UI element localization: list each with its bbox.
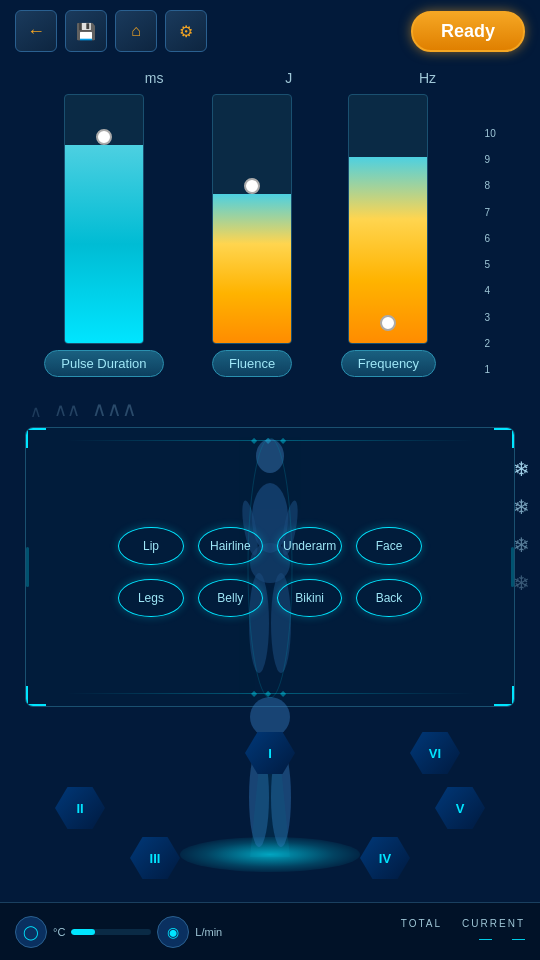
flow-label: L/min <box>195 926 222 938</box>
body-btn-hairline[interactable]: Hairline <box>198 527 263 565</box>
fluence-slider: J Fluence <box>212 70 292 377</box>
pad-IV-label: IV <box>379 851 391 866</box>
scale-4: 4 <box>485 286 496 296</box>
settings-icon: ⚙ <box>179 22 193 41</box>
scale-5: 5 <box>485 260 496 270</box>
scale-3: 3 <box>485 313 496 323</box>
hair-high-icon[interactable]: ∧∧∧ <box>92 397 137 421</box>
pulse-duration-unit: ms <box>145 70 164 86</box>
body-panel: ◆ ◆ ◆ ◆ ◆ ◆ Lip Hairline Underarm <box>25 427 515 707</box>
body-btn-bikini[interactable]: Bikini <box>277 579 342 617</box>
body-btn-underarm[interactable]: Underarm <box>277 527 342 565</box>
snowflake-3[interactable]: ❄ <box>513 533 530 557</box>
pad-III-label: III <box>150 851 161 866</box>
pad-I-label: I <box>268 746 272 761</box>
frequency-unit: Hz <box>419 70 436 86</box>
scale-9: 9 <box>485 155 496 165</box>
pad-V[interactable]: V <box>435 787 485 829</box>
panel-corner-bl <box>26 686 46 706</box>
temp-label: °C <box>53 926 65 938</box>
scale-7: 7 <box>485 208 496 218</box>
scale: 10 9 8 7 6 5 4 3 2 1 <box>485 127 496 377</box>
svg-point-8 <box>250 697 290 737</box>
back-button[interactable]: ← <box>15 10 57 52</box>
status-values-row: — — <box>479 931 525 946</box>
frequency-slider: Hz Frequency <box>341 70 436 377</box>
status-left: ◯ °C ◉ L/min <box>15 916 401 948</box>
panel-corner-br <box>494 686 514 706</box>
current-label: CURRENT <box>462 918 525 929</box>
hair-low-icon[interactable]: ∧ <box>30 402 42 421</box>
snowflake-2[interactable]: ❄ <box>513 495 530 519</box>
total-label: TOTAL <box>401 918 442 929</box>
pulse-duration-track[interactable] <box>64 94 144 344</box>
status-bar: ◯ °C ◉ L/min TOTAL CURRENT — — <box>0 902 540 960</box>
fluence-track[interactable] <box>212 94 292 344</box>
scale-1: 1 <box>485 365 496 375</box>
sliders-section: ms Pulse Duration J Fluence Hz Fre <box>0 70 540 377</box>
frequency-label[interactable]: Frequency <box>341 350 436 377</box>
panel-corner-tr <box>494 428 514 448</box>
panel-left-bar <box>26 547 29 587</box>
frequency-track[interactable] <box>348 94 428 344</box>
toolbar: ← 💾 ⌂ ⚙ Ready <box>0 0 540 62</box>
body-btn-back[interactable]: Back <box>356 579 421 617</box>
panel-corner-tl <box>26 428 46 448</box>
back-icon: ← <box>27 21 45 42</box>
body-btn-belly[interactable]: Belly <box>198 579 263 617</box>
pad-VI[interactable]: VI <box>410 732 460 774</box>
total-current-row: TOTAL CURRENT <box>401 918 525 929</box>
body-section: ∧ ∧∧ ∧∧∧ ◆ ◆ ◆ ◆ ◆ ◆ <box>0 397 540 737</box>
pad-V-label: V <box>456 801 465 816</box>
scale-2: 2 <box>485 339 496 349</box>
body-btn-face[interactable]: Face <box>356 527 421 565</box>
home-button[interactable]: ⌂ <box>115 10 157 52</box>
hair-med-icon[interactable]: ∧∧ <box>54 399 80 421</box>
body-btn-lip[interactable]: Lip <box>118 527 183 565</box>
pad-II[interactable]: II <box>55 787 105 829</box>
temp-progress-fill <box>71 929 95 935</box>
settings-button[interactable]: ⚙ <box>165 10 207 52</box>
fluence-unit: J <box>285 70 292 86</box>
flow-icon: ◉ <box>157 916 189 948</box>
pad-IV[interactable]: IV <box>360 837 410 879</box>
pad-II-label: II <box>76 801 83 816</box>
pad-VI-label: VI <box>429 746 441 761</box>
ready-button[interactable]: Ready <box>411 11 525 52</box>
body-btn-legs[interactable]: Legs <box>118 579 183 617</box>
status-right: TOTAL CURRENT — — <box>401 918 525 946</box>
snowflakes-panel: ❄ ❄ ❄ ❄ <box>513 457 530 595</box>
temp-icon: ◯ <box>15 916 47 948</box>
home-icon: ⌂ <box>131 22 141 40</box>
scale-8: 8 <box>485 181 496 191</box>
scale-10: 10 <box>485 129 496 139</box>
hair-density-icons: ∧ ∧∧ ∧∧∧ <box>30 397 137 421</box>
pad-III[interactable]: III <box>130 837 180 879</box>
current-value: — <box>512 931 525 946</box>
pulse-duration-slider: ms Pulse Duration <box>44 70 163 377</box>
save-icon: 💾 <box>76 22 96 41</box>
temp-progress <box>71 929 151 935</box>
fluence-label[interactable]: Fluence <box>212 350 292 377</box>
svg-point-0 <box>256 439 284 473</box>
snowflake-1[interactable]: ❄ <box>513 457 530 481</box>
pulse-duration-label[interactable]: Pulse Duration <box>44 350 163 377</box>
scale-6: 6 <box>485 234 496 244</box>
snowflake-4[interactable]: ❄ <box>513 571 530 595</box>
save-button[interactable]: 💾 <box>65 10 107 52</box>
total-value: — <box>479 931 492 946</box>
body-buttons-grid: Lip Hairline Underarm Face Legs Belly Bi… <box>88 507 451 637</box>
